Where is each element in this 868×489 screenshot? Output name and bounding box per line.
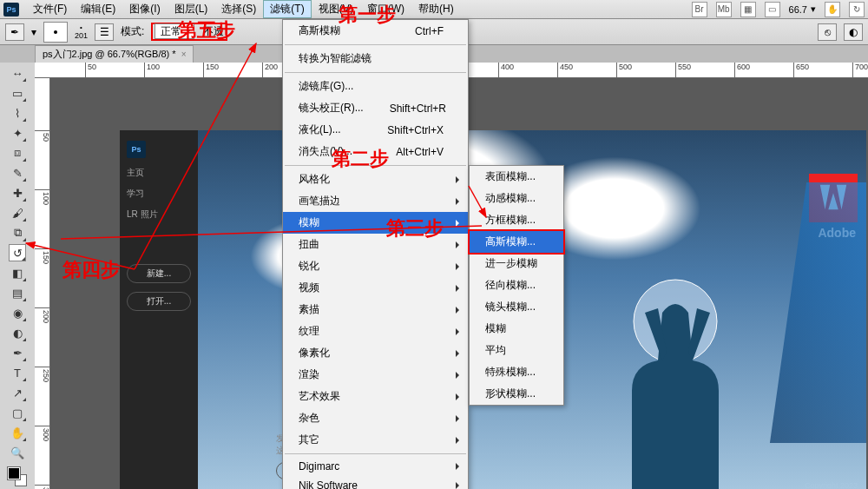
tool-brush[interactable]: 🖌 <box>9 204 26 221</box>
filter-item-label: 渲染 <box>299 367 319 382</box>
filter-item[interactable]: 画笔描边 <box>283 190 468 212</box>
blur-item[interactable]: 径向模糊... <box>470 274 563 296</box>
filter-item[interactable]: 镜头校正(R)...Shift+Ctrl+R <box>283 97 468 119</box>
blur-item[interactable]: 高斯模糊... <box>470 231 563 253</box>
airbrush-icon[interactable]: ⎋ <box>818 23 837 41</box>
screenmode-icon[interactable]: ▭ <box>765 2 780 17</box>
submenu-arrow-icon <box>456 482 463 489</box>
filter-item[interactable]: 消失点(V)...Alt+Ctrl+V <box>283 141 468 162</box>
zoom-level[interactable]: 66.7▾ <box>789 3 816 15</box>
menu-filter[interactable]: 滤镜(T) <box>263 0 311 18</box>
tablet-pressure-icon[interactable]: ◐ <box>844 23 863 41</box>
tool-move[interactable]: ↔ <box>9 64 26 82</box>
tool-preset-dropdown-icon[interactable]: ▾ <box>31 26 36 38</box>
blur-item[interactable]: 形状模糊... <box>470 383 563 405</box>
blur-item[interactable]: 进一步模糊 <box>470 253 563 274</box>
ruler-vertical: 0501001502002503003504004505005506006507… <box>35 78 50 489</box>
open-button[interactable]: 打开... <box>127 292 191 311</box>
filter-item[interactable]: 纹理 <box>283 320 468 342</box>
blur-item[interactable]: 方框模糊... <box>470 209 563 231</box>
blur-item[interactable]: 平均 <box>470 340 563 361</box>
filter-item-label: Nik Software <box>299 479 358 489</box>
filter-item[interactable]: 其它 <box>283 429 468 451</box>
color-swatch[interactable] <box>8 467 27 486</box>
filter-item[interactable]: 艺术效果 <box>283 386 468 407</box>
start-nav-home[interactable]: 主页 <box>127 167 191 179</box>
filter-item-label: 画笔描边 <box>299 194 340 208</box>
start-nav-lr[interactable]: LR 照片 <box>127 208 191 221</box>
tool-zoom[interactable]: 🔍 <box>9 444 26 461</box>
menu-image[interactable]: 图像(I) <box>122 0 167 18</box>
filter-item[interactable]: Nik Software <box>283 476 468 489</box>
filter-item[interactable]: 模糊 <box>283 212 468 234</box>
blur-item-label: 表面模糊... <box>485 169 536 184</box>
tool-crop[interactable]: ⧈ <box>9 144 26 162</box>
hand-icon[interactable]: ✋ <box>825 2 840 17</box>
menu-select[interactable]: 选择(S) <box>214 0 263 18</box>
filter-item[interactable]: 渲染 <box>283 364 468 386</box>
filter-item[interactable]: 滤镜库(G)... <box>283 76 468 97</box>
tool-heal[interactable]: ✚ <box>9 184 26 202</box>
tool-dodge[interactable]: ◐ <box>9 324 26 341</box>
tool-eyedropper[interactable]: ✎ <box>9 164 26 182</box>
tool-eraser[interactable]: ◧ <box>9 264 26 281</box>
filter-item[interactable]: 扭曲 <box>283 234 468 255</box>
blur-item-label: 进一步模糊 <box>485 256 537 271</box>
filter-last[interactable]: 高斯模糊 Ctrl+F <box>283 20 468 42</box>
filter-item[interactable]: 像素化 <box>283 342 468 364</box>
close-tab-icon[interactable]: × <box>181 50 187 59</box>
tool-lasso[interactable]: ⌇ <box>9 104 26 122</box>
blur-item[interactable]: 特殊模糊... <box>470 361 563 383</box>
filter-item[interactable]: 锐化 <box>283 255 468 277</box>
menu-layer[interactable]: 图层(L) <box>168 0 215 18</box>
menu-window[interactable]: 窗口(W) <box>360 0 411 18</box>
tool-pen[interactable]: ✒ <box>9 344 26 361</box>
brush-size[interactable]: • 201 <box>75 23 88 40</box>
menubar: Ps 文件(F) 编辑(E) 图像(I) 图层(L) 选择(S) 滤镜(T) 视… <box>0 0 868 19</box>
document-tab[interactable]: ps入门2.jpg @ 66.7%(RGB/8) * × <box>35 45 194 63</box>
filter-smart[interactable]: 转换为智能滤镜 <box>283 48 468 69</box>
tool-blur[interactable]: ◉ <box>9 304 26 321</box>
filter-item[interactable]: 视频 <box>283 277 468 299</box>
brush-preview[interactable] <box>43 22 68 43</box>
menu-file[interactable]: 文件(F) <box>26 0 74 18</box>
blur-item-label: 模糊 <box>485 321 506 336</box>
bridge-icon[interactable]: Br <box>692 2 707 17</box>
new-button[interactable]: 新建... <box>127 264 191 283</box>
grid-icon[interactable]: ▦ <box>740 2 756 17</box>
tool-hand[interactable]: ✋ <box>9 424 26 441</box>
mode-select[interactable]: 正常 <box>155 23 194 39</box>
filter-item[interactable]: 液化(L)...Shift+Ctrl+X <box>283 119 468 141</box>
filter-item[interactable]: Digimarc <box>283 457 468 476</box>
ruler-tick: 50 <box>35 130 50 142</box>
tool-wand[interactable]: ✦ <box>9 124 26 142</box>
tool-type[interactable]: T <box>9 364 26 381</box>
tool-stamp[interactable]: ⧉ <box>9 224 26 241</box>
blur-item[interactable]: 镜头模糊... <box>470 296 563 318</box>
submenu-arrow-icon <box>456 241 463 248</box>
rotate-icon[interactable]: ↻ <box>849 2 865 17</box>
tool-gradient[interactable]: ▤ <box>9 284 26 301</box>
filter-item[interactable]: 素描 <box>283 299 468 320</box>
ruler-tick: 250 <box>35 367 50 382</box>
copyright-text: Copyright 2023 <box>805 481 858 489</box>
menu-edit[interactable]: 编辑(E) <box>74 0 122 18</box>
submenu-arrow-icon <box>456 463 463 470</box>
start-nav-learn[interactable]: 学习 <box>127 188 191 200</box>
tool-preset-icon[interactable]: ✒ <box>5 23 24 41</box>
brush-panel-icon[interactable]: ☰ <box>95 23 114 41</box>
tool-marquee[interactable]: ▭ <box>9 84 26 102</box>
menu-help[interactable]: 帮助(H) <box>411 0 461 18</box>
submenu-arrow-icon <box>456 220 463 227</box>
tool-path[interactable]: ↗ <box>9 384 26 401</box>
tool-shape[interactable]: ▢ <box>9 404 26 421</box>
blur-item[interactable]: 模糊 <box>470 318 563 340</box>
menu-view[interactable]: 视图(V) <box>312 0 360 18</box>
minibridge-icon[interactable]: Mb <box>716 2 732 17</box>
blur-item[interactable]: 表面模糊... <box>470 166 563 188</box>
tool-history-brush[interactable]: ↺ <box>9 244 26 261</box>
blur-item[interactable]: 动感模糊... <box>470 188 563 209</box>
filter-item[interactable]: 风格化 <box>283 169 468 190</box>
filter-item[interactable]: 杂色 <box>283 407 468 429</box>
submenu-arrow-icon <box>456 393 463 400</box>
